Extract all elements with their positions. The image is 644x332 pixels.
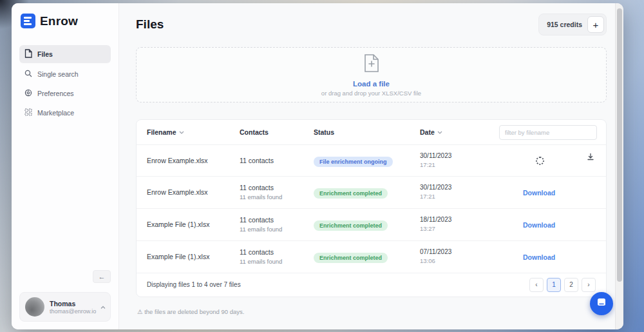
main-content: Files 915 credits + Load a file or drag … bbox=[119, 3, 623, 329]
table-row: Example File (1).xlsx11 contacts11 email… bbox=[137, 240, 606, 273]
enrow-logo-icon bbox=[21, 14, 35, 28]
sidebar-item-label: Files bbox=[37, 50, 53, 58]
contacts-cell: 11 contacts11 emails found bbox=[240, 248, 314, 266]
brand-name: Enrow bbox=[40, 14, 78, 28]
credits-balance: 915 credits bbox=[547, 21, 582, 28]
chevron-up-icon bbox=[100, 300, 106, 312]
avatar bbox=[25, 297, 44, 317]
date-cell: 30/11/202317:21 bbox=[420, 151, 523, 170]
sort-chevron-icon bbox=[437, 130, 442, 135]
search-icon bbox=[24, 70, 32, 79]
page-button-2[interactable]: 2 bbox=[564, 278, 578, 292]
file-name: Example File (1).xlsx bbox=[147, 253, 240, 260]
date-cell: 07/11/202313:06 bbox=[420, 248, 523, 266]
column-header-contacts: Contacts bbox=[240, 128, 314, 136]
filter-by-filename-input[interactable] bbox=[499, 125, 597, 140]
credits-group: 915 credits + bbox=[538, 14, 607, 35]
chat-widget-button[interactable] bbox=[590, 292, 613, 315]
load-file-link[interactable]: Load a file bbox=[353, 80, 390, 88]
column-label: Filename bbox=[147, 128, 176, 136]
file-name: Enrow Example.xlsx bbox=[147, 157, 240, 164]
spinner-icon bbox=[536, 157, 544, 165]
date-cell: 18/11/202313:27 bbox=[420, 215, 523, 233]
status-cell: File enrichment ongoing bbox=[314, 155, 420, 167]
preferences-icon bbox=[24, 89, 32, 98]
sidebar-item-files[interactable]: Files bbox=[19, 45, 111, 63]
action-cell: Download bbox=[523, 219, 596, 230]
chat-bubble-icon bbox=[596, 297, 607, 310]
emails-found: 11 emails found bbox=[240, 258, 282, 265]
brand: Enrow bbox=[19, 14, 111, 28]
prev-page-button[interactable]: ‹ bbox=[529, 278, 544, 292]
download-arrow-icon[interactable] bbox=[587, 151, 594, 163]
contacts-cell: 11 contacts11 emails found bbox=[240, 183, 314, 202]
sidebar-item-marketplace[interactable]: Marketplace bbox=[19, 104, 111, 121]
add-credits-button[interactable]: + bbox=[587, 16, 604, 33]
sidebar-item-label: Single search bbox=[37, 70, 79, 78]
sidebar-item-label: Preferences bbox=[37, 90, 74, 97]
emails-found: 11 emails found bbox=[240, 193, 282, 200]
time: 17:21 bbox=[420, 193, 435, 200]
status-badge: Enrichment completed bbox=[314, 220, 388, 231]
next-page-button[interactable]: › bbox=[582, 278, 596, 292]
table-footer: Displaying files 1 to 4 over 7 files ‹12… bbox=[137, 273, 606, 297]
column-label: Contacts bbox=[240, 128, 269, 136]
contacts-cell: 11 contacts11 emails found bbox=[240, 215, 314, 234]
column-header-status: Status bbox=[314, 128, 420, 136]
scrollbar-track bbox=[615, 3, 623, 329]
user-card[interactable]: Thomas thomas@enrow.io bbox=[19, 292, 111, 322]
column-label: Date bbox=[420, 128, 435, 136]
table-header: FilenameContactsStatusDate bbox=[137, 120, 606, 144]
table-row: Enrow Example.xlsx11 contactsFile enrich… bbox=[137, 144, 606, 176]
file-name: Example File (1).xlsx bbox=[147, 220, 240, 228]
action-cell: Download bbox=[523, 186, 596, 198]
app-window: Enrow FilesSingle searchPreferencesMarke… bbox=[12, 3, 623, 329]
user-name: Thomas bbox=[50, 300, 96, 308]
time: 13:06 bbox=[420, 257, 435, 264]
sidebar-nav: FilesSingle searchPreferencesMarketplace bbox=[19, 45, 111, 121]
table-row: Enrow Example.xlsx11 contacts11 emails f… bbox=[137, 176, 606, 208]
marketplace-icon bbox=[24, 108, 32, 117]
user-email: thomas@enrow.io bbox=[50, 308, 96, 315]
download-link[interactable]: Download bbox=[523, 253, 555, 261]
sidebar-item-single-search[interactable]: Single search bbox=[19, 66, 111, 83]
scrollbar-thumb[interactable] bbox=[617, 8, 622, 282]
pagination-summary: Displaying files 1 to 4 over 7 files bbox=[147, 281, 241, 288]
status-cell: Enrichment completed bbox=[314, 251, 420, 263]
sort-chevron-icon bbox=[179, 130, 184, 135]
page-button-1[interactable]: 1 bbox=[547, 278, 561, 292]
status-cell: Enrichment completed bbox=[314, 186, 420, 199]
contacts-cell: 11 contacts bbox=[240, 156, 314, 165]
sidebar-collapse-button[interactable]: ← bbox=[93, 270, 111, 283]
file-plus-icon bbox=[363, 54, 380, 75]
status-badge: Enrichment completed bbox=[314, 188, 388, 199]
sidebar: Enrow FilesSingle searchPreferencesMarke… bbox=[12, 3, 119, 329]
emails-found: 11 emails found bbox=[240, 226, 282, 233]
pagination: ‹12› bbox=[529, 278, 596, 292]
file-icon bbox=[24, 49, 32, 59]
page-title: Files bbox=[136, 17, 164, 32]
action-cell bbox=[523, 157, 596, 165]
column-header-filename[interactable]: Filename bbox=[147, 128, 240, 136]
retention-note: ⚠ the files are deleted beyond 90 days. bbox=[136, 308, 607, 315]
files-table: FilenameContactsStatusDate Enrow Example… bbox=[136, 119, 607, 297]
download-link[interactable]: Download bbox=[523, 221, 555, 229]
action-cell: Download bbox=[523, 251, 596, 262]
file-name: Enrow Example.xlsx bbox=[147, 188, 240, 196]
sidebar-item-preferences[interactable]: Preferences bbox=[19, 85, 111, 102]
table-row: Example File (1).xlsx11 contacts11 email… bbox=[137, 208, 606, 240]
column-label: Status bbox=[314, 128, 334, 136]
dropzone-hint: or drag and drop your XLSX/CSV file bbox=[321, 90, 421, 97]
time: 13:27 bbox=[420, 225, 435, 232]
file-dropzone[interactable]: Load a file or drag and drop your XLSX/C… bbox=[136, 47, 607, 103]
time: 17:21 bbox=[420, 161, 435, 168]
main-header: Files 915 credits + bbox=[136, 14, 607, 35]
sidebar-item-label: Marketplace bbox=[37, 109, 74, 117]
date-cell: 30/11/202317:21 bbox=[420, 183, 523, 201]
status-cell: Enrichment completed bbox=[314, 219, 420, 231]
download-link[interactable]: Download bbox=[523, 189, 555, 197]
status-badge: Enrichment completed bbox=[314, 253, 388, 263]
status-badge: File enrichment ongoing bbox=[314, 157, 393, 167]
